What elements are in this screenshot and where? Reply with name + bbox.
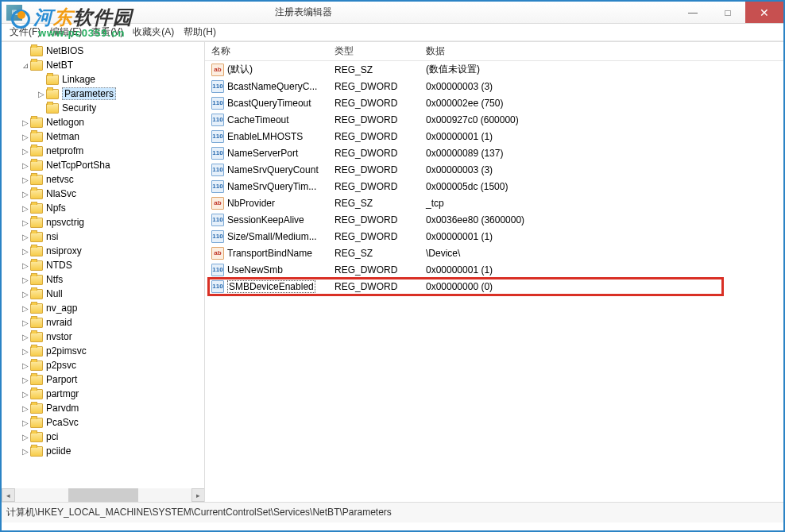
tree-label: Netman	[46, 131, 79, 142]
tree-item[interactable]: ▷npsvctrig	[2, 215, 204, 229]
folder-icon	[30, 175, 43, 185]
expand-icon[interactable]: ▷	[21, 204, 30, 213]
value-row[interactable]: 110BcastQueryTimeoutREG_DWORD0x000002ee …	[205, 94, 783, 111]
tree-item[interactable]: ▷netvsc	[2, 172, 204, 187]
tree-item[interactable]: Security	[2, 101, 204, 115]
tree-pane[interactable]: NetBIOS⊿NetBTLinkage▷ParametersSecurity▷…	[2, 42, 205, 502]
value-row[interactable]: 110Size/Small/Medium...REG_DWORD0x000000…	[205, 228, 783, 245]
value-row[interactable]: 110EnableLMHOSTSREG_DWORD0x00000001 (1)	[205, 128, 783, 145]
tree-item[interactable]: ▷Parameters	[2, 87, 204, 101]
value-row[interactable]: 110NameServerPortREG_DWORD0x00000089 (13…	[205, 145, 783, 161]
maximize-button[interactable]: □	[710, 2, 745, 23]
column-type[interactable]: 类型	[328, 44, 420, 58]
tree-label: NetBT	[46, 60, 73, 71]
column-data[interactable]: 数据	[420, 44, 783, 58]
column-name[interactable]: 名称	[205, 44, 328, 58]
expand-icon[interactable]: ▷	[21, 175, 30, 184]
tree-item[interactable]: ▷p2pimsvc	[2, 344, 204, 358]
values-pane[interactable]: 名称 类型 数据 ab(默认)REG_SZ(数值未设置)110BcastName…	[205, 42, 783, 502]
window-title: 注册表编辑器	[27, 6, 675, 19]
tree-item[interactable]: ▷Netlogon	[2, 115, 204, 129]
tree-item[interactable]: ▷Ntfs	[2, 272, 204, 287]
menu-file[interactable]: 文件(F)	[5, 24, 45, 40]
value-row[interactable]: 110CacheTimeoutREG_DWORD0x000927c0 (6000…	[205, 111, 783, 128]
tree-item[interactable]: NetBIOS	[2, 44, 204, 58]
expand-icon[interactable]: ▷	[21, 433, 30, 441]
value-row[interactable]: abNbProviderREG_SZ_tcp	[205, 195, 783, 211]
folder-icon	[30, 260, 43, 271]
tree-item[interactable]: ▷Parport	[2, 372, 204, 387]
expand-icon[interactable]: ▷	[21, 190, 30, 199]
value-row[interactable]: ab(默认)REG_SZ(数值未设置)	[205, 61, 783, 78]
value-row[interactable]: 110NameSrvQueryCountREG_DWORD0x00000003 …	[205, 161, 783, 178]
dword-value-icon: 110	[211, 114, 224, 126]
tree-label: Null	[46, 288, 63, 299]
tree-item[interactable]: ▷p2psvc	[2, 358, 204, 372]
horizontal-scrollbar[interactable]: ◂ ▸	[2, 488, 205, 502]
tree-item[interactable]: ▷Null	[2, 287, 204, 301]
tree-item[interactable]: ▷nsi	[2, 229, 204, 244]
tree-item[interactable]: ▷nsiproxy	[2, 244, 204, 258]
expand-icon[interactable]: ▷	[21, 261, 30, 270]
expand-icon[interactable]: ▷	[21, 161, 30, 170]
expand-icon[interactable]: ▷	[21, 133, 30, 141]
tree-item[interactable]: ▷nvstor	[2, 330, 204, 344]
expand-icon[interactable]: ▷	[21, 361, 30, 370]
value-row[interactable]: abTransportBindNameREG_SZ\Device\	[205, 245, 783, 261]
tree-item[interactable]: ▷Parvdm	[2, 401, 204, 415]
expand-icon[interactable]: ▷	[21, 376, 30, 384]
tree-item[interactable]: ▷Netman	[2, 129, 204, 144]
menu-help[interactable]: 帮助(H)	[179, 24, 221, 40]
cell-name: 110Size/Small/Medium...	[205, 230, 328, 243]
tree-item[interactable]: ▷PcaSvc	[2, 415, 204, 430]
scroll-right-button[interactable]: ▸	[191, 488, 205, 502]
tree-item[interactable]: ⊿NetBT	[2, 58, 204, 72]
value-row[interactable]: 110BcastNameQueryC...REG_DWORD0x00000003…	[205, 78, 783, 94]
tree-item[interactable]: ▷NlaSvc	[2, 187, 204, 201]
expand-icon[interactable]: ▷	[21, 390, 30, 399]
expand-icon[interactable]: ▷	[21, 147, 30, 156]
tree-item[interactable]: ▷Npfs	[2, 201, 204, 215]
tree-label: partmgr	[46, 388, 79, 399]
tree-label: Ntfs	[46, 274, 63, 285]
expand-icon[interactable]: ▷	[21, 318, 30, 327]
expand-icon[interactable]: ⊿	[21, 61, 30, 70]
tree-item[interactable]: ▷nvraid	[2, 315, 204, 330]
value-row[interactable]: 110SMBDeviceEnabledREG_DWORD0x00000000 (…	[205, 278, 783, 295]
menu-favorites[interactable]: 收藏夹(A)	[128, 24, 179, 40]
tree-item[interactable]: ▷partmgr	[2, 387, 204, 401]
expand-icon[interactable]: ▷	[21, 333, 30, 341]
tree-item[interactable]: ▷pciide	[2, 444, 204, 458]
minimize-button[interactable]: —	[675, 2, 710, 23]
menu-view[interactable]: 查看(V)	[87, 24, 128, 40]
menu-edit[interactable]: 编辑(E)	[45, 24, 87, 40]
expand-icon[interactable]: ▷	[21, 218, 30, 227]
tree-item[interactable]: ▷nv_agp	[2, 301, 204, 315]
scroll-track[interactable]	[15, 488, 191, 502]
close-button[interactable]: ✕	[745, 2, 783, 23]
expand-icon[interactable]: ▷	[21, 290, 30, 299]
value-row[interactable]: 110NameSrvQueryTim...REG_DWORD0x000005dc…	[205, 178, 783, 195]
expand-icon[interactable]: ▷	[37, 90, 46, 98]
folder-icon	[30, 418, 43, 428]
value-row[interactable]: 110UseNewSmbREG_DWORD0x00000001 (1)	[205, 261, 783, 278]
tree-item[interactable]: ▷NTDS	[2, 258, 204, 272]
tree-item[interactable]: ▷netprofm	[2, 144, 204, 158]
expand-icon[interactable]: ▷	[21, 276, 30, 284]
value-row[interactable]: 110SessionKeepAliveREG_DWORD0x0036ee80 (…	[205, 211, 783, 228]
expand-icon[interactable]: ▷	[21, 247, 30, 256]
tree-item[interactable]: Linkage	[2, 72, 204, 87]
cell-name: 110BcastQueryTimeout	[205, 97, 328, 110]
expand-icon[interactable]: ▷	[21, 304, 30, 313]
cell-name: abNbProvider	[205, 197, 328, 210]
tree-item[interactable]: ▷pci	[2, 430, 204, 444]
expand-icon[interactable]: ▷	[21, 418, 30, 427]
scroll-left-button[interactable]: ◂	[2, 488, 15, 502]
expand-icon[interactable]: ▷	[21, 447, 30, 456]
expand-icon[interactable]: ▷	[21, 347, 30, 356]
scroll-thumb[interactable]	[68, 488, 139, 502]
expand-icon[interactable]: ▷	[21, 118, 30, 127]
tree-item[interactable]: ▷NetTcpPortSha	[2, 158, 204, 172]
expand-icon[interactable]: ▷	[21, 404, 30, 413]
expand-icon[interactable]: ▷	[21, 233, 30, 241]
